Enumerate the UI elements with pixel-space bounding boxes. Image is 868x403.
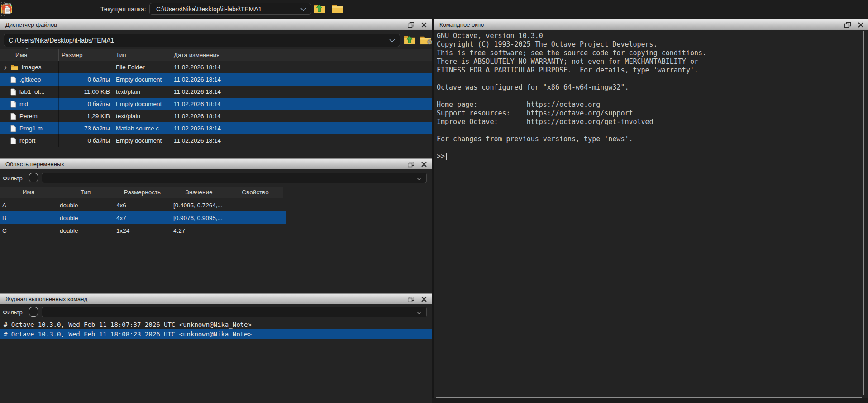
variable-name: C: [0, 227, 57, 234]
vertical-scrollbar[interactable]: [863, 31, 864, 395]
file-size: 1,29 KiB: [59, 110, 113, 122]
undo-button[interactable]: [0, 2, 14, 16]
one-directory-up-button[interactable]: [403, 34, 416, 47]
file-size: 0 байты: [59, 73, 113, 86]
folder-icon: [10, 64, 19, 71]
undock-panel-button[interactable]: [407, 296, 415, 303]
current-folder-label: Текущая папка:: [100, 0, 146, 18]
close-panel-button[interactable]: [420, 161, 428, 168]
file-size: 0 байты: [59, 98, 113, 110]
variable-row[interactable]: C double 1x24 4:27: [0, 224, 286, 237]
undock-panel-button[interactable]: [844, 21, 851, 29]
folder-actions-button[interactable]: ⚙ ▾: [419, 34, 433, 47]
file-row[interactable]: ❯ md 0 байты Empty document 11.02.2026 1…: [0, 98, 432, 110]
column-header[interactable]: Тип: [57, 187, 114, 198]
command-window-output: GNU Octave, version 10.3.0 Copyright (C)…: [437, 32, 706, 144]
file-browser-titlebar: Диспетчер файлов: [0, 19, 432, 30]
file-name: Prog1.m: [19, 125, 43, 132]
column-header[interactable]: Тип: [113, 49, 168, 61]
column-header[interactable]: Размер: [59, 49, 113, 61]
current-folder-combobox[interactable]: C:\Users\Nika\Desktop\it-labs\TEMA1: [149, 3, 311, 15]
file-modified-date: 11.02.2026 18:14: [168, 98, 432, 110]
close-panel-button[interactable]: [420, 21, 428, 29]
command-history-panel: Журнал выполненных команд Фильтр # Octav…: [0, 293, 432, 403]
file-name: lab1_ot...: [19, 88, 45, 95]
main-toolbar: Текущая папка: C:\Users\Nika\Desktop\it-…: [0, 0, 868, 18]
history-titlebar: Журнал выполненных команд: [0, 293, 432, 304]
file-icon: [10, 101, 16, 108]
file-name: md: [19, 101, 28, 107]
column-header[interactable]: Свойство: [227, 187, 283, 198]
directory-up-button[interactable]: [312, 2, 326, 16]
column-header[interactable]: Дата изменения: [168, 49, 432, 61]
variable-value: [0.4095, 0.7264,...: [171, 202, 227, 209]
workspace-table-body: A double 4x6 [0.4095, 0.7264,... B doubl…: [0, 199, 286, 237]
history-entry-text: # Octave 10.3.0, Wed Feb 11 18:07:37 202…: [4, 321, 252, 328]
column-header[interactable]: Имя: [0, 49, 59, 61]
history-list: # Octave 10.3.0, Wed Feb 11 18:07:37 202…: [0, 320, 432, 339]
workspace-table-header: ИмяТипРазмерностьЗначениеСвойство: [0, 187, 283, 198]
variable-name: B: [0, 215, 57, 221]
panel-title: Журнал выполненных команд: [5, 296, 87, 302]
variable-dims: 1x24: [114, 227, 171, 234]
file-row[interactable]: ❯ report 0 байты Empty document 11.02.20…: [0, 134, 432, 147]
panel-title: Область переменных: [5, 161, 64, 168]
chevron-down-icon: [416, 308, 422, 316]
file-size: 0 байты: [59, 134, 113, 147]
file-table-body: ❯ images File Folder 11.02.2026 18:14: [0, 61, 432, 147]
command-window-titlebar: Командное окно: [434, 19, 868, 30]
file-row[interactable]: ❯ Prog1.m 73 байты Matlab source c... 11…: [0, 122, 432, 134]
file-size: [59, 61, 113, 73]
variable-dims: 4x7: [114, 215, 171, 221]
file-type: text/plain: [113, 110, 168, 122]
file-table: ИмяРазмерТипДата изменения ❯ images: [0, 49, 432, 147]
workspace-panel: Область переменных Фильтр ИмяТипРазмерно…: [0, 158, 432, 293]
history-entry[interactable]: # Octave 10.3.0, Wed Feb 11 18:08:23 202…: [0, 329, 432, 339]
folder-up-icon: [404, 35, 415, 46]
file-name: Perem: [19, 113, 38, 120]
variable-type: double: [57, 227, 114, 234]
file-name: report: [19, 137, 35, 144]
command-window-panel: Командное окно GNU Octave, version 10.3.…: [434, 19, 868, 398]
file-modified-date: 11.02.2026 18:14: [168, 73, 432, 86]
filter-checkbox[interactable]: [29, 173, 38, 182]
file-size: 11,00 KiB: [59, 86, 113, 98]
file-type: File Folder: [113, 61, 168, 73]
file-type: Empty document: [113, 73, 168, 86]
filter-checkbox[interactable]: [29, 307, 38, 317]
variable-type: double: [57, 215, 114, 221]
file-modified-date: 11.02.2026 18:14: [168, 122, 432, 134]
file-name: images: [22, 64, 42, 71]
column-header[interactable]: Значение: [171, 187, 227, 198]
file-row[interactable]: ❯ Perem 1,29 KiB text/plain 11.02.2026 1…: [0, 110, 432, 122]
history-entry-text: # Octave 10.3.0, Wed Feb 11 18:08:23 202…: [4, 331, 252, 338]
file-path-combobox[interactable]: C:/Users/Nika/Desktop/it-labs/TEMA1: [4, 34, 400, 47]
command-prompt[interactable]: >>: [437, 152, 447, 161]
file-type: Matlab source c...: [113, 122, 168, 134]
history-entry[interactable]: # Octave 10.3.0, Wed Feb 11 18:07:37 202…: [0, 320, 432, 329]
chevron-down-icon: [416, 174, 422, 182]
file-type: Empty document: [113, 98, 168, 110]
filter-combobox[interactable]: [42, 173, 427, 183]
file-modified-date: 11.02.2026 18:14: [168, 134, 432, 147]
variable-row[interactable]: A double 4x6 [0.4095, 0.7264,...: [0, 199, 286, 211]
file-modified-date: 11.02.2026 18:14: [168, 86, 432, 98]
undock-panel-button[interactable]: [407, 21, 415, 29]
column-header[interactable]: Размерность: [114, 187, 171, 198]
file-icon: [10, 88, 16, 96]
file-row[interactable]: ❯ images File Folder 11.02.2026 18:14: [0, 61, 432, 73]
expand-chevron-icon[interactable]: ❯: [4, 65, 9, 70]
workspace-titlebar: Область переменных: [0, 158, 432, 169]
browse-directory-button[interactable]: [331, 2, 344, 16]
filter-label: Фильтр: [3, 171, 23, 185]
column-header[interactable]: Имя: [0, 187, 57, 198]
close-panel-button[interactable]: [857, 21, 864, 29]
file-row[interactable]: ❯ .gitkeep 0 байты Empty document 11.02.…: [0, 73, 432, 86]
close-panel-button[interactable]: [420, 296, 428, 303]
horizontal-scrollbar[interactable]: [436, 397, 862, 398]
file-row[interactable]: ❯ lab1_ot... 11,00 KiB text/plain 11.02.…: [0, 86, 432, 98]
variable-row[interactable]: B double 4x7 [0.9076, 0.9095,...: [0, 211, 286, 224]
filter-combobox[interactable]: [42, 307, 427, 317]
file-icon: [10, 76, 16, 83]
undock-panel-button[interactable]: [407, 161, 415, 168]
